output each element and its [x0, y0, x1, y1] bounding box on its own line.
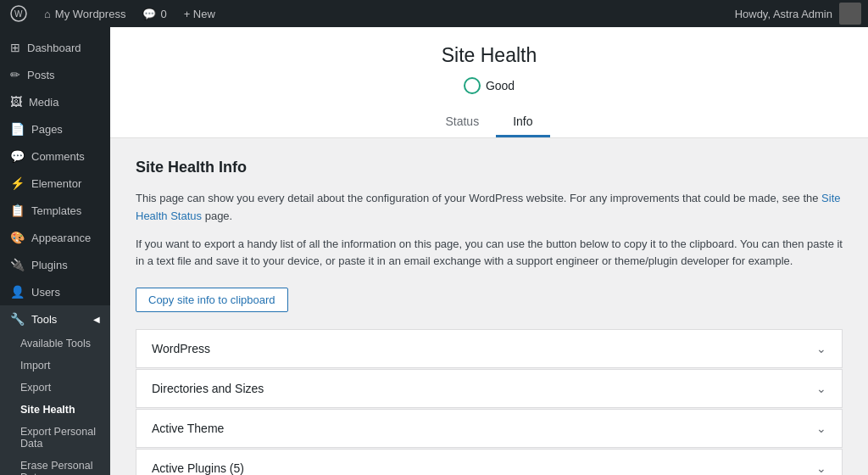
sidebar-item-media[interactable]: 🖼 Media	[0, 88, 110, 115]
sidebar-label-elementor: Elementor	[31, 177, 81, 190]
accordion-label-active-theme: Active Theme	[152, 422, 224, 435]
chevron-down-icon: ⌄	[816, 342, 826, 355]
wp-logo-button[interactable]: W	[7, 5, 31, 22]
sidebar-item-dashboard[interactable]: ⊞ Dashboard	[0, 34, 110, 61]
sidebar-label-pages: Pages	[31, 123, 63, 136]
chevron-down-icon-3: ⌄	[816, 422, 826, 435]
accordion-directories-sizes: Directories and Sizes ⌄	[136, 369, 843, 408]
info-paragraph-2: If you want to export a handy list of al…	[136, 236, 843, 271]
site-health-info-content: Site Health Info This page can show you …	[110, 138, 868, 475]
appearance-icon: 🎨	[10, 231, 25, 244]
user-avatar[interactable]	[839, 3, 861, 25]
chevron-down-icon-4: ⌄	[816, 461, 826, 475]
accordion-label-wordpress: WordPress	[152, 342, 210, 355]
sidebar-item-comments[interactable]: 💬 Comments	[0, 142, 110, 170]
accordion-header-active-theme[interactable]: Active Theme ⌄	[136, 410, 842, 447]
sidebar-item-users[interactable]: 👤 Users	[0, 278, 110, 305]
sidebar-label-templates: Templates	[31, 204, 81, 217]
submenu-import[interactable]: Import	[0, 355, 110, 377]
submenu-export-personal-data[interactable]: Export Personal Data	[0, 421, 110, 455]
media-icon: 🖼	[10, 95, 22, 109]
new-label: + New	[184, 8, 215, 20]
admin-bar: W ⌂ My Wordpress 💬 0 + New Howdy, Astra …	[0, 0, 868, 27]
sidebar-label-comments: Comments	[31, 150, 85, 163]
elementor-icon: ⚡	[10, 176, 25, 190]
comment-icon: 💬	[142, 8, 156, 20]
accordion-header-wordpress[interactable]: WordPress ⌄	[136, 330, 842, 367]
tools-submenu: Available Tools Import Export Site Healt…	[0, 332, 110, 475]
sidebar-item-elementor[interactable]: ⚡ Elementor	[0, 170, 110, 197]
chevron-down-icon-2: ⌄	[816, 382, 826, 395]
submenu-available-tools[interactable]: Available Tools	[0, 332, 110, 355]
sidebar-item-templates[interactable]: 📋 Templates	[0, 197, 110, 224]
sidebar-item-tools[interactable]: 🔧 Tools ◀	[0, 305, 110, 332]
tab-info[interactable]: Info	[496, 108, 549, 137]
accordion-label-active-plugins: Active Plugins (5)	[152, 461, 244, 475]
svg-text:W: W	[14, 9, 23, 19]
submenu-site-health[interactable]: Site Health	[0, 399, 110, 421]
health-circle-icon	[464, 77, 481, 94]
templates-icon: 📋	[10, 204, 25, 217]
comments-button[interactable]: 💬 0	[139, 8, 170, 20]
health-label: Good	[486, 79, 515, 92]
tools-icon: 🔧	[10, 312, 25, 326]
sidebar-item-posts[interactable]: ✏ Posts	[0, 61, 110, 88]
accordion-wordpress: WordPress ⌄	[136, 329, 843, 368]
plugins-icon: 🔌	[10, 258, 25, 271]
tab-status[interactable]: Status	[428, 108, 496, 137]
sidebar: ⊞ Dashboard ✏ Posts 🖼 Media 📄 Pages 💬 Co…	[0, 27, 110, 475]
info-paragraph-1: This page can show you every detail abou…	[136, 190, 843, 226]
site-name-label: My Wordpress	[55, 8, 126, 20]
sidebar-label-appearance: Appearance	[31, 232, 91, 244]
sidebar-label-media: Media	[29, 96, 58, 109]
sidebar-label-users: Users	[31, 286, 60, 299]
posts-icon: ✏	[10, 68, 20, 81]
accordion-header-directories-sizes[interactable]: Directories and Sizes ⌄	[136, 370, 842, 407]
new-content-button[interactable]: + New	[181, 8, 219, 20]
dashboard-icon: ⊞	[10, 41, 20, 54]
comment-count: 0	[160, 8, 166, 20]
sidebar-item-plugins[interactable]: 🔌 Plugins	[0, 251, 110, 278]
comments-sidebar-icon: 💬	[10, 149, 25, 163]
sidebar-label-posts: Posts	[27, 69, 55, 81]
sidebar-label-dashboard: Dashboard	[27, 42, 81, 54]
copy-site-info-button[interactable]: Copy site info to clipboard	[136, 288, 288, 312]
submenu-erase-personal-data[interactable]: Erase Personal Data	[0, 455, 110, 475]
tabs: Status Info	[144, 108, 834, 137]
site-name-button[interactable]: ⌂ My Wordpress	[41, 8, 129, 20]
sidebar-item-pages[interactable]: 📄 Pages	[0, 115, 110, 142]
submenu-export[interactable]: Export	[0, 377, 110, 399]
main-content-area: Site Health Good Status Info Site Health…	[110, 27, 868, 475]
users-icon: 👤	[10, 285, 25, 299]
accordion-label-directories-sizes: Directories and Sizes	[152, 382, 264, 395]
pages-icon: 📄	[10, 122, 25, 136]
accordion-active-plugins: Active Plugins (5) ⌄	[136, 449, 843, 475]
howdy-text: Howdy, Astra Admin	[735, 8, 832, 20]
page-title: Site Health	[144, 44, 834, 67]
sidebar-label-plugins: Plugins	[31, 259, 68, 271]
sidebar-label-tools: Tools	[31, 313, 57, 326]
health-status: Good	[144, 77, 834, 94]
sidebar-item-appearance[interactable]: 🎨 Appearance	[0, 224, 110, 251]
site-health-header: Site Health Good Status Info	[110, 27, 868, 138]
accordion-header-active-plugins[interactable]: Active Plugins (5) ⌄	[136, 450, 842, 475]
section-title: Site Health Info	[136, 159, 843, 176]
accordion-active-theme: Active Theme ⌄	[136, 409, 843, 448]
